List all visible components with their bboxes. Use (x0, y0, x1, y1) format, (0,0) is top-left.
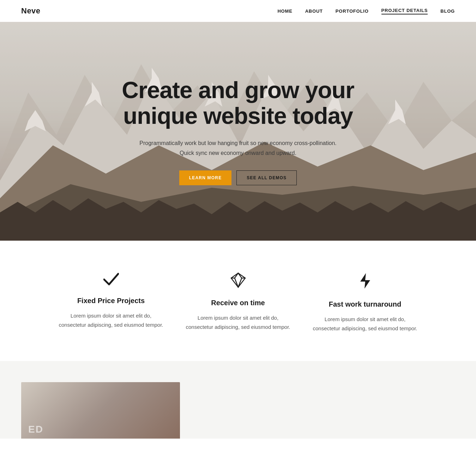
hero-section: Create and grow your unique website toda… (0, 22, 476, 241)
feature-fixed-price-desc: Lorem ipsum dolor sit amet elit do, cons… (58, 311, 164, 329)
hero-content: Create and grow your unique website toda… (115, 77, 362, 185)
feature-on-time-title: Receive on time (185, 299, 291, 307)
nav-home[interactable]: HOME (277, 8, 292, 14)
hero-title: Create and grow your unique website toda… (122, 77, 355, 128)
nav-blog[interactable]: BLOG (440, 8, 455, 14)
features-section: Fixed Price Projects Lorem ipsum dolor s… (0, 241, 476, 361)
feature-fast-turnaround-desc: Lorem ipsum dolor sit amet elit do, cons… (312, 315, 418, 333)
header: Neve HOME ABOUT PORTOFOLIO PROJECT DETAI… (0, 0, 476, 22)
svg-marker-15 (360, 273, 370, 289)
lightning-icon (312, 272, 418, 293)
hero-subtitle: Programmatically work but low hanging fr… (136, 138, 341, 157)
svg-marker-14 (231, 273, 245, 287)
checkmark-icon (58, 272, 164, 289)
nav-about[interactable]: ABOUT (305, 8, 323, 14)
see-all-demos-button[interactable]: SEE ALL DEMOS (236, 170, 297, 185)
site-logo[interactable]: Neve (21, 6, 41, 16)
feature-fixed-price-title: Fixed Price Projects (58, 297, 164, 305)
nav-project-details[interactable]: PROJECT DETAILS (381, 8, 428, 14)
feature-on-time-desc: Lorem ipsum dolor sit amet elit do, cons… (185, 313, 291, 331)
bottom-image (21, 382, 180, 439)
nav-portfolio[interactable]: PORTOFOLIO (336, 8, 369, 14)
feature-fast-turnaround-title: Fast work turnaround (312, 300, 418, 308)
feature-fast-turnaround: Fast work turnaround Lorem ipsum dolor s… (302, 272, 429, 333)
feature-on-time: Receive on time Lorem ipsum dolor sit am… (175, 272, 302, 333)
feature-fixed-price: Fixed Price Projects Lorem ipsum dolor s… (48, 272, 175, 333)
diamond-icon (185, 272, 291, 291)
hero-buttons: LEARN MORE SEE ALL DEMOS (122, 170, 355, 185)
learn-more-button[interactable]: LEARN MORE (179, 170, 232, 185)
bottom-section (0, 361, 476, 439)
main-nav: HOME ABOUT PORTOFOLIO PROJECT DETAILS BL… (277, 8, 455, 14)
